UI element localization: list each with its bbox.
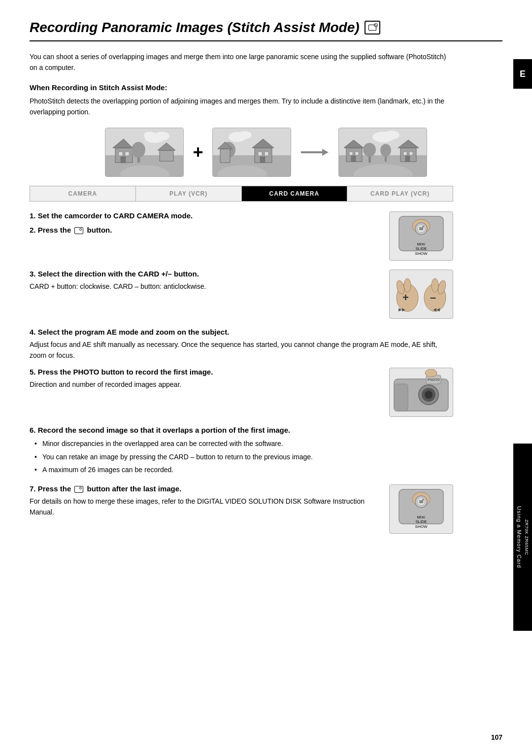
step3-image: + – ▶▶ ◀◀	[389, 270, 453, 319]
svg-point-76	[425, 391, 432, 399]
svg-rect-7	[121, 157, 126, 163]
tab-camera[interactable]: CAMERA	[30, 186, 136, 201]
page-title: Recording Panoramic Images (Stitch Assis…	[30, 20, 502, 41]
step4-row: 4. Select the program AE mode and zoom o…	[30, 328, 453, 361]
step5-text: 5. Press the PHOTO button to record the …	[30, 368, 379, 390]
panoramic-diagram: +	[30, 128, 502, 177]
svg-marker-32	[322, 149, 329, 156]
svg-rect-38	[349, 152, 353, 155]
svg-point-13	[144, 132, 156, 139]
plus-icon: +	[193, 142, 203, 163]
side-label: ZR70K ZR65MC Using a Memory Card	[513, 444, 532, 631]
mix-slide-show-label-2: MIX/SLIDESHOW	[415, 515, 428, 529]
svg-point-85	[422, 499, 424, 501]
step4-number: 4.	[30, 328, 36, 336]
e-tab-letter: E	[520, 69, 526, 79]
step7-number: 7.	[30, 484, 36, 493]
bullet-3: A maximum of 26 images can be recorded.	[34, 464, 453, 475]
svg-point-49	[380, 144, 391, 157]
step4-text: 4. Select the program AE mode and zoom o…	[30, 328, 453, 361]
step7-heading: 7. Press the button after the last image…	[30, 484, 379, 493]
step6-number: 6.	[30, 426, 36, 434]
svg-rect-23	[260, 157, 265, 163]
steps-combined: 1. Set the camcorder to CARD CAMERA mode…	[30, 211, 453, 534]
svg-rect-29	[220, 149, 230, 163]
mode-tabs: CAMERA PLAY (VCR) CARD CAMERA CARD PLAY …	[30, 186, 453, 202]
tab-card-camera-label: CARD CAMERA	[269, 190, 320, 197]
svg-rect-47	[405, 156, 410, 162]
svg-rect-39	[355, 152, 359, 155]
step5-number: 5.	[30, 368, 36, 376]
tab-play-vcr[interactable]: PLAY (VCR)	[136, 186, 242, 201]
step4-body: Adjust focus and AE shift manually as ne…	[30, 339, 453, 361]
step6-heading: 6. Record the second image so that it ov…	[30, 426, 453, 434]
step5-row: 5. Press the PHOTO button to record the …	[30, 368, 453, 417]
svg-rect-6	[125, 152, 129, 156]
svg-point-58	[422, 226, 424, 228]
svg-text:+: +	[402, 291, 409, 304]
step-1-2-text: 1. Set the camcorder to CARD CAMERA mode…	[30, 211, 379, 240]
svg-point-28	[238, 131, 252, 139]
step5-heading: 5. Press the PHOTO button to record the …	[30, 368, 379, 376]
step1-content: Set the camcorder to CARD CAMERA mode.	[38, 211, 193, 220]
page-number: 107	[491, 733, 502, 741]
e-tab: E	[513, 59, 532, 89]
svg-point-73	[425, 369, 437, 377]
tab-card-camera[interactable]: CARD CAMERA	[242, 186, 348, 201]
mix-slide-show-label: MIX/SLIDESHOW	[415, 242, 428, 256]
step3-body: CARD + button: clockwise. CARD – button:…	[30, 281, 379, 292]
svg-point-61	[404, 278, 411, 292]
svg-rect-22	[265, 152, 268, 156]
step7-body: For details on how to merge these images…	[30, 496, 379, 518]
svg-point-42	[363, 143, 376, 157]
step2-number: 2.	[30, 226, 36, 234]
svg-point-12	[155, 132, 169, 140]
svg-text:◀◀: ◀◀	[433, 307, 440, 312]
step6-bullets: Minor discrepancies in the overlapped ar…	[34, 438, 453, 475]
step4-heading: 4. Select the program AE mode and zoom o…	[30, 328, 453, 336]
step5-body: Direction and number of recorded images …	[30, 379, 379, 390]
step2-content2: button.	[87, 226, 112, 234]
tab-card-play-vcr[interactable]: CARD PLAY (VCR)	[347, 186, 453, 201]
step7-row: 7. Press the button after the last image…	[30, 484, 453, 534]
step7-button-icon	[74, 486, 83, 493]
step6-row: 6. Record the second image so that it ov…	[30, 426, 453, 475]
svg-rect-5	[119, 152, 123, 156]
camera-card-icon	[365, 21, 380, 34]
step6-heading-text: Record the second image so that it overl…	[38, 426, 291, 434]
side-label-text: Using a Memory Card	[516, 506, 522, 568]
step7-heading-post: button after the last image.	[87, 484, 182, 493]
title-text: Recording Panoramic Images (Stitch Assis…	[30, 20, 360, 35]
step2-image: MIX/SLIDESHOW	[389, 211, 453, 261]
svg-point-65	[432, 278, 438, 292]
step2-text: 2. Press the button.	[30, 226, 379, 234]
step3-heading: 3. Select the direction with the CARD +/…	[30, 270, 379, 278]
svg-text:▶▶: ▶▶	[399, 307, 405, 312]
svg-rect-57	[419, 227, 423, 230]
bullet-2: You can retake an image by pressing the …	[34, 451, 453, 462]
tab-play-vcr-label: PLAY (VCR)	[169, 190, 207, 197]
bullet-1: Minor discrepancies in the overlapped ar…	[34, 438, 453, 449]
svg-text:–: –	[430, 291, 436, 304]
step2-content: Press the	[38, 226, 71, 234]
step2-button-icon	[74, 227, 83, 234]
tab-card-play-vcr-label: CARD PLAY (VCR)	[370, 190, 430, 197]
svg-rect-45	[403, 152, 407, 155]
tab-camera-label: CAMERA	[68, 190, 98, 197]
section1-body: PhotoStitch detects the overlapping port…	[30, 96, 453, 118]
step3-row: 3. Select the direction with the CARD +/…	[30, 270, 453, 319]
svg-rect-14	[160, 150, 173, 161]
step7-text: 7. Press the button after the last image…	[30, 484, 379, 518]
svg-text:PHOTO: PHOTO	[428, 378, 440, 381]
step5-image: PHOTO	[389, 368, 453, 417]
pano-image-2	[212, 128, 291, 177]
svg-rect-70	[394, 384, 408, 411]
pano-image-1	[105, 128, 184, 177]
step3-heading-text: Select the direction with the CARD +/– b…	[38, 270, 199, 278]
svg-point-51	[384, 131, 399, 139]
step1-number: 1.	[30, 211, 36, 220]
step4-heading-text: Select the program AE mode and zoom on t…	[38, 328, 230, 336]
step-1-2-row: 1. Set the camcorder to CARD CAMERA mode…	[30, 211, 453, 261]
section1-heading: When Recording in Stitch Assist Mode:	[30, 83, 502, 92]
svg-rect-46	[409, 152, 413, 155]
